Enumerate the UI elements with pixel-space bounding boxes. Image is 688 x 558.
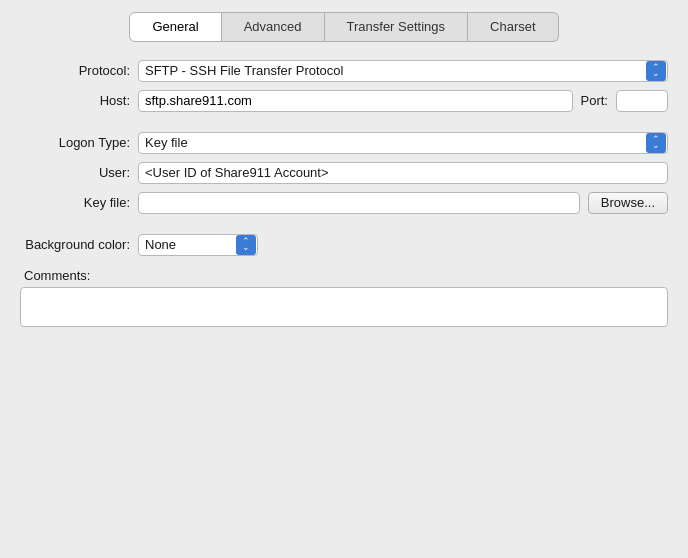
protocol-row: Protocol: SFTP - SSH File Transfer Proto… [20,60,668,82]
background-color-label: Background color: [20,237,130,252]
comments-label: Comments: [20,268,668,283]
key-file-row: Key file: Browse... [20,192,668,214]
logon-type-select[interactable]: Key fileNormalAnonymousInteractive [138,132,668,154]
user-label: User: [20,165,130,180]
tab-bar: General Advanced Transfer Settings Chars… [20,12,668,42]
host-row: Host: Port: [20,90,668,112]
tab-transfer-settings[interactable]: Transfer Settings [325,12,469,42]
logon-type-label: Logon Type: [20,135,130,150]
divider-2 [20,222,668,234]
user-row: User: [20,162,668,184]
protocol-label: Protocol: [20,63,130,78]
main-container: General Advanced Transfer Settings Chars… [0,0,688,558]
key-file-label: Key file: [20,195,130,210]
port-input[interactable] [616,90,668,112]
comments-section: Comments: [20,268,668,327]
bg-select-wrapper: NoneRedGreenBlueYellow [138,234,258,256]
protocol-select[interactable]: SFTP - SSH File Transfer ProtocolFTP - F… [138,60,668,82]
key-file-input[interactable] [138,192,580,214]
logon-type-row: Logon Type: Key fileNormalAnonymousInter… [20,132,668,154]
host-input[interactable] [138,90,573,112]
logon-type-select-wrapper: Key fileNormalAnonymousInteractive [138,132,668,154]
protocol-select-wrapper: SFTP - SSH File Transfer ProtocolFTP - F… [138,60,668,82]
port-label: Port: [581,93,608,108]
divider-1 [20,120,668,132]
tab-charset[interactable]: Charset [468,12,559,42]
user-input[interactable] [138,162,668,184]
tab-advanced[interactable]: Advanced [222,12,325,42]
browse-button[interactable]: Browse... [588,192,668,214]
host-label: Host: [20,93,130,108]
host-input-group: Port: [138,90,668,112]
comments-textarea[interactable] [20,287,668,327]
tab-general[interactable]: General [129,12,221,42]
background-color-row: Background color: NoneRedGreenBlueYellow [20,234,668,256]
background-color-select[interactable]: NoneRedGreenBlueYellow [138,234,258,256]
